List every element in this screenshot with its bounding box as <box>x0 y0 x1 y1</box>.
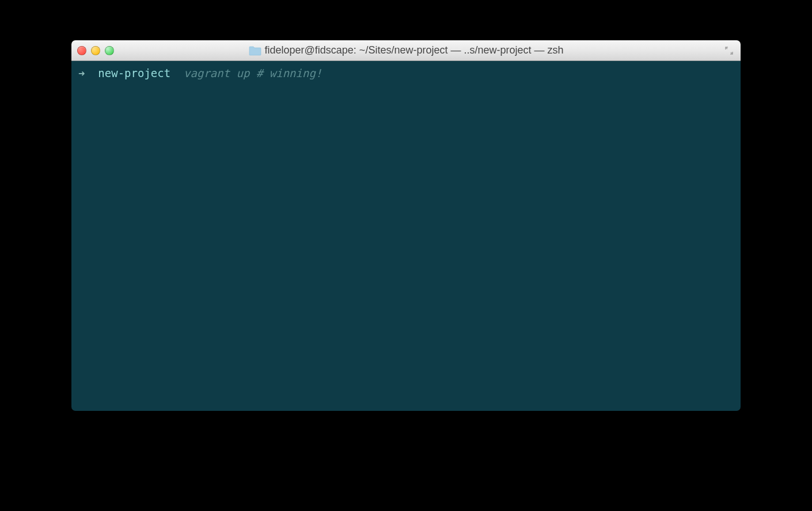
traffic-lights <box>77 46 114 55</box>
folder-icon <box>249 45 261 56</box>
close-button[interactable] <box>77 46 86 55</box>
fullscreen-button[interactable] <box>723 45 735 56</box>
prompt-arrow-icon: ➜ <box>78 66 85 81</box>
title-bar: fideloper@fidscape: ~/Sites/new-project … <box>71 40 741 61</box>
terminal-window: fideloper@fidscape: ~/Sites/new-project … <box>71 40 741 411</box>
prompt-directory: new-project <box>98 66 170 81</box>
minimize-button[interactable] <box>91 46 100 55</box>
prompt-line: ➜ new-project vagrant up # winning! <box>78 66 734 81</box>
command-input: vagrant up # winning! <box>184 66 322 81</box>
terminal-body[interactable]: ➜ new-project vagrant up # winning! <box>71 61 741 411</box>
zoom-button[interactable] <box>105 46 114 55</box>
window-title: fideloper@fidscape: ~/Sites/new-project … <box>265 44 564 56</box>
title-center: fideloper@fidscape: ~/Sites/new-project … <box>71 44 741 56</box>
